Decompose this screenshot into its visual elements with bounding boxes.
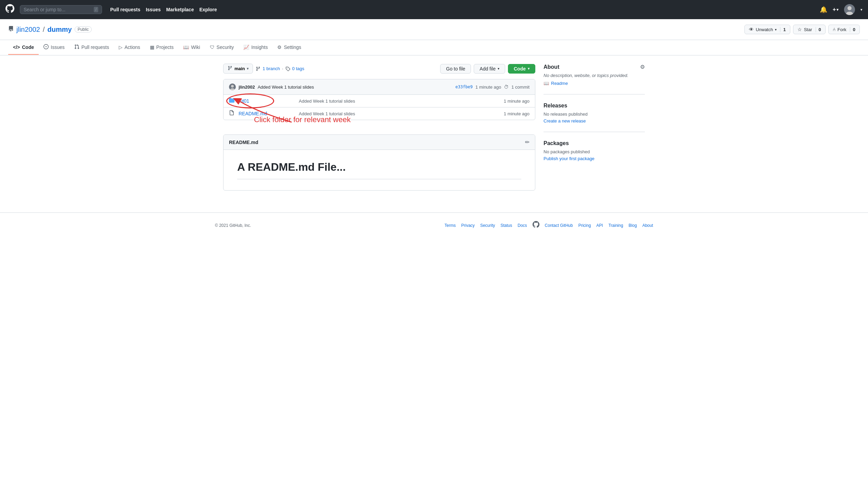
commit-avatar <box>229 83 236 90</box>
pull-requests-icon <box>74 44 79 50</box>
footer-pricing-link[interactable]: Pricing <box>578 223 591 228</box>
commit-hash-link[interactable]: e33fbe9 <box>456 85 473 89</box>
svg-point-3 <box>230 88 235 90</box>
repo-sidebar: About ⚙ No description, website, or topi… <box>544 64 645 191</box>
tab-security[interactable]: 🛡 Security <box>205 40 239 55</box>
footer: © 2021 GitHub, Inc. Terms Privacy Securi… <box>0 212 868 238</box>
security-icon: 🛡 <box>210 44 215 50</box>
branch-selector[interactable]: main ▾ <box>223 64 253 74</box>
repo-owner-link[interactable]: jlin2002 <box>16 26 40 34</box>
wiki-icon: 📖 <box>183 44 189 50</box>
footer-privacy-link[interactable]: Privacy <box>461 223 475 228</box>
footer-contact-link[interactable]: Contact GitHub <box>545 223 573 228</box>
sidebar-packages-title: Packages <box>544 140 645 146</box>
readme-heading: A README.md File... <box>237 161 521 173</box>
commit-history-icon: ⏱ <box>504 84 509 90</box>
repo-tabs: </> Code Issues Pull requests ▷ Actions … <box>0 40 868 55</box>
table-row: tut01 Added Week 1 tutorial slides 1 min… <box>224 95 535 107</box>
branch-count-link[interactable]: 1 branch <box>263 66 280 71</box>
unwatch-button[interactable]: 👁 Unwatch ▾ 1 <box>744 25 790 34</box>
tab-insights[interactable]: 📈 Insights <box>239 40 272 55</box>
code-icon: </> <box>13 44 20 50</box>
commit-count-link[interactable]: 1 commit <box>511 85 529 90</box>
unwatch-count: 1 <box>780 27 786 32</box>
code-dropdown-button[interactable]: Code ▾ <box>508 64 535 74</box>
tab-wiki[interactable]: 📖 Wiki <box>178 40 205 55</box>
footer-training-link[interactable]: Training <box>609 223 623 228</box>
star-count: 0 <box>816 27 821 32</box>
search-bar[interactable]: Search or jump to... / <box>20 5 102 14</box>
sidebar-packages-desc: No packages published <box>544 149 645 154</box>
sidebar-gear-icon[interactable]: ⚙ <box>640 64 645 70</box>
star-button[interactable]: ☆ Star 0 <box>793 25 826 34</box>
readme-file-time: 1 minute ago <box>495 111 529 116</box>
user-avatar[interactable] <box>844 4 855 15</box>
folder-tut01-link[interactable]: tut01 <box>239 98 293 104</box>
nav-explore[interactable]: Explore <box>199 7 217 12</box>
readme-box-header: README.md ✏ <box>224 135 535 150</box>
svg-point-1 <box>846 12 853 15</box>
repo-visibility-badge: Public <box>75 26 92 33</box>
readme-box-title: README.md <box>229 140 258 145</box>
file-commit-msg: Added Week 1 tutorial slides <box>293 99 495 104</box>
github-logo-icon[interactable] <box>5 4 14 15</box>
footer-about-link[interactable]: About <box>642 223 653 228</box>
notifications-icon[interactable]: 🔔 <box>820 6 827 13</box>
code-btn-label: Code <box>514 66 526 72</box>
tags-count-link[interactable]: 0 tags <box>292 66 304 71</box>
repo-name-link[interactable]: dummy <box>48 26 72 34</box>
add-file-caret: ▾ <box>498 67 499 70</box>
nav-issues[interactable]: Issues <box>146 7 161 12</box>
readme-edit-icon[interactable]: ✏ <box>525 139 529 145</box>
unwatch-dropdown-icon: ▾ <box>775 28 777 31</box>
tab-settings[interactable]: ⚙ Settings <box>272 40 306 55</box>
sidebar-readme-link[interactable]: 📖 Readme <box>544 81 645 86</box>
footer-terms-link[interactable]: Terms <box>445 223 456 228</box>
tab-pull-requests[interactable]: Pull requests <box>69 40 114 55</box>
projects-icon: ▦ <box>150 44 154 50</box>
footer-blog-link[interactable]: Blog <box>629 223 637 228</box>
tab-projects[interactable]: ▦ Projects <box>145 40 179 55</box>
nav-pull-requests[interactable]: Pull requests <box>110 7 140 12</box>
footer-security-link[interactable]: Security <box>480 223 495 228</box>
main-content: main ▾ 1 branch · 0 tags Go to file Add … <box>215 55 653 199</box>
footer-inner: © 2021 GitHub, Inc. Terms Privacy Securi… <box>215 221 653 230</box>
repo-title: jlin2002 / dummy Public <box>8 26 92 34</box>
add-file-button[interactable]: Add file ▾ <box>474 64 505 74</box>
nav-marketplace[interactable]: Marketplace <box>166 7 194 12</box>
readme-commit-msg: Added Week 1 tutorial slides <box>293 111 495 116</box>
fork-button[interactable]: ⑃ Fork 0 <box>828 25 860 34</box>
footer-api-link[interactable]: API <box>596 223 603 228</box>
footer-status-link[interactable]: Status <box>500 223 512 228</box>
file-icon <box>229 110 236 117</box>
commit-username[interactable]: jlin2002 <box>239 85 255 90</box>
go-to-file-button[interactable]: Go to file <box>440 64 471 74</box>
navbar-right-actions: 🔔 + ▾ ▾ <box>820 4 863 15</box>
sidebar-about-section: About ⚙ No description, website, or topi… <box>544 64 645 94</box>
readme-file-link[interactable]: README.md <box>239 111 293 116</box>
footer-links: Terms Privacy Security Status Docs Conta… <box>445 221 653 230</box>
create-release-link[interactable]: Create a new release <box>544 118 586 124</box>
tab-actions[interactable]: ▷ Actions <box>114 40 145 55</box>
book-icon: 📖 <box>544 81 549 86</box>
file-time: 1 minute ago <box>495 99 529 104</box>
tab-issues[interactable]: Issues <box>39 40 69 55</box>
readme-content: A README.md File... <box>224 150 535 190</box>
footer-github-logo <box>533 221 539 230</box>
sidebar-about-desc: No description, website, or topics provi… <box>544 73 645 78</box>
fork-count: 0 <box>850 27 855 32</box>
actions-icon: ▷ <box>119 44 123 50</box>
create-new-icon[interactable]: + ▾ <box>833 7 839 13</box>
code-dropdown-icon: ▾ <box>528 67 529 70</box>
sidebar-about-title: About <box>544 64 559 70</box>
branch-caret: ▾ <box>247 67 248 70</box>
fork-icon: ⑃ <box>833 27 835 32</box>
publish-package-link[interactable]: Publish your first package <box>544 156 595 161</box>
toolbar-right-buttons: Go to file Add file ▾ Code ▾ <box>440 64 535 74</box>
content-toolbar: main ▾ 1 branch · 0 tags Go to file Add … <box>223 64 535 74</box>
footer-docs-link[interactable]: Docs <box>518 223 527 228</box>
footer-copyright: © 2021 GitHub, Inc. <box>215 223 251 228</box>
tab-code[interactable]: </> Code <box>8 40 39 55</box>
commit-bar: jlin2002 Added Week 1 tutorial slides e3… <box>224 79 535 95</box>
avatar-caret[interactable]: ▾ <box>860 8 863 12</box>
